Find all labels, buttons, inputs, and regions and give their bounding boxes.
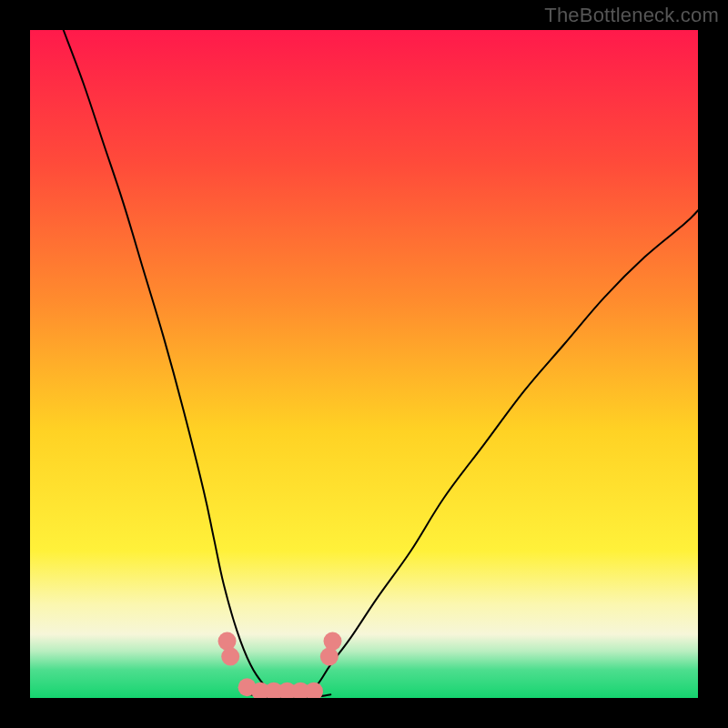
valley-dot — [320, 647, 339, 665]
valley-dot — [324, 632, 342, 651]
watermark-text: TheBottleneck.com — [544, 4, 719, 27]
valley-dot — [218, 632, 237, 651]
chart-frame: TheBottleneck.com — [0, 0, 728, 728]
plot-area — [30, 30, 698, 698]
chart-svg — [30, 30, 698, 698]
gradient-background — [30, 30, 698, 698]
valley-dot — [221, 647, 239, 665]
